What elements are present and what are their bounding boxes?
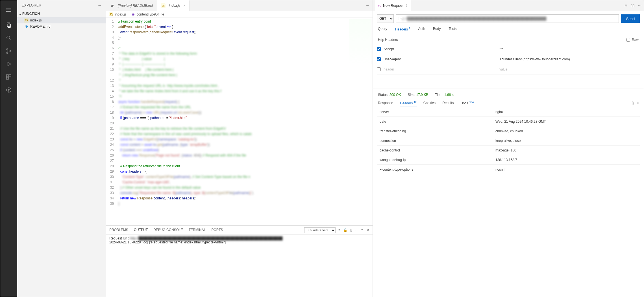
code-line[interactable]: 'Cache-Control': 'max-age=180', — [118, 180, 170, 185]
code-line[interactable]: // Function entry point — [118, 19, 151, 24]
code-line[interactable]: // Respond the retrieved file to the cli… — [118, 164, 180, 169]
folder-header[interactable]: ⌄ FUNCTION — [17, 10, 106, 17]
panel-tab-problems[interactable]: PROBLEMS — [109, 227, 128, 233]
http-method-select[interactable]: GETPOSTPUTPATCHDELETE — [377, 14, 394, 23]
chevron-down-icon[interactable]: ⌄ — [355, 228, 358, 232]
pin-icon[interactable]: ⇧ — [405, 4, 408, 8]
tab-index-js[interactable]: JSindex.js× — [157, 0, 190, 11]
output-content[interactable]: Request Url : http://███████████████████… — [106, 235, 373, 297]
send-button[interactable]: Send — [621, 14, 640, 23]
sidebar-more-icon[interactable]: ⋯ — [98, 3, 101, 7]
breadcrumbs[interactable]: JS index.js › ◉ contentTypeOfFile — [106, 11, 373, 18]
raw-toggle[interactable]: Raw — [626, 38, 639, 42]
line-number: 27 — [106, 158, 118, 164]
req-tab-tests[interactable]: Tests — [449, 25, 456, 33]
code-line[interactable]: }) — [118, 35, 121, 40]
sidebar: EXPLORER ⋯ ⌄ FUNCTION JSindex.jsⓘREADME.… — [17, 0, 106, 297]
code-line[interactable]: // Note that the namespace in the url wa… — [118, 131, 252, 137]
code-line[interactable]: event.respondWith(handleRequest(event.re… — [118, 30, 196, 35]
search-icon[interactable] — [5, 34, 13, 42]
file-README-md[interactable]: ⓘREADME.md — [17, 23, 106, 30]
thunder-tab[interactable]: TC New Request ⇧ — [375, 0, 411, 11]
panel-tab-debug-console[interactable]: DEBUG CONSOLE — [153, 227, 183, 233]
line-number: 28 — [106, 164, 118, 169]
panel-tab-terminal[interactable]: TERMINAL — [189, 227, 206, 233]
clear-icon[interactable]: ▯ — [350, 228, 352, 232]
filter-icon[interactable]: ≡ — [338, 228, 340, 232]
code-line[interactable]: * | /img/favicon.png| file-content-here … — [118, 72, 177, 78]
code-line[interactable]: console.log(`Requested file name: ${path… — [118, 190, 253, 196]
code-line[interactable]: let {pathname} = new URL(request.url.toL… — [118, 110, 201, 115]
resp-tab-headers[interactable]: Headers 12 — [400, 99, 417, 107]
run-icon[interactable] — [5, 60, 13, 68]
code-line[interactable]: return new Response(content, {headers: h… — [118, 196, 196, 201]
code-line[interactable]: 'Content-Type': contentTypeOfFile(pathna… — [118, 174, 250, 180]
req-tab-body[interactable]: Body — [433, 25, 441, 33]
code-line[interactable]: if (content === undefined) — [118, 148, 159, 153]
header-checkbox[interactable] — [377, 67, 381, 71]
header-value[interactable]: Thunder Client (https://www.thunderclien… — [499, 57, 640, 61]
code-line[interactable]: const content = await kv.get(pathname, {… — [118, 142, 210, 148]
header-name[interactable]: User-Agent — [384, 57, 497, 61]
code-line[interactable]: * Assuming the request URL is http://www… — [118, 83, 219, 89]
lock-icon[interactable]: 🔒 — [343, 228, 347, 232]
tabs-more-icon[interactable]: ⋯ — [366, 4, 369, 8]
header-value[interactable]: */* — [499, 47, 640, 51]
response-header-value: max-age=180 — [495, 148, 640, 152]
code-line[interactable]: async function handleRequest(request) { — [118, 99, 179, 105]
code-line[interactable]: * | /index.html | file-content-here | — [118, 67, 173, 72]
header-checkbox[interactable] — [377, 47, 381, 51]
code-line[interactable]: return new Response('Page not found', {s… — [118, 153, 246, 158]
explorer-icon[interactable] — [5, 21, 13, 29]
output-channel-select[interactable]: Thunder Client — [304, 227, 336, 233]
req-tab-auth[interactable]: Auth — [418, 25, 425, 33]
tab--preview-readme-md[interactable]: ▦[Preview] README.md — [106, 0, 157, 11]
line-number: 26 — [106, 153, 118, 158]
panel-tab-output[interactable]: OUTPUT — [134, 227, 148, 233]
header-value-placeholder[interactable]: value — [499, 67, 640, 71]
resp-tab-cookies[interactable]: Cookies — [423, 99, 436, 107]
code-line[interactable]: addEventListener("fetch", event => { — [118, 24, 173, 30]
header-name[interactable]: Accept — [384, 47, 497, 51]
code-line[interactable]: */ — [118, 94, 121, 99]
req-tab-headers[interactable]: Headers 2 — [395, 25, 410, 33]
header-checkbox[interactable] — [377, 57, 381, 61]
panel-tab-ports[interactable]: PORTS — [211, 227, 223, 233]
resp-tab-results[interactable]: Results — [442, 99, 454, 107]
code-line[interactable]: // Use the file name as the key to retri… — [118, 126, 226, 131]
code-line[interactable]: const headers = { — [118, 169, 147, 174]
close-tab-icon[interactable]: × — [183, 4, 185, 8]
code-line[interactable]: * | --------------- | ----------------- … — [118, 62, 165, 67]
code-line[interactable]: /* — [118, 46, 121, 51]
code-line[interactable]: } // Other unset keys can be found in th… — [118, 185, 201, 190]
extensions-icon[interactable] — [5, 73, 13, 81]
braces-icon[interactable]: {} — [632, 101, 634, 105]
minimap[interactable] — [349, 19, 371, 64]
code-line[interactable]: if (pathname === '') pathname = '/index.… — [118, 115, 187, 121]
code-line[interactable]: const kv = new EdgeKV({namespace: 'catal… — [118, 137, 197, 142]
code-line[interactable]: * The data in EdgeKV is stored in the fo… — [118, 51, 198, 56]
thunder-icon[interactable] — [5, 86, 13, 94]
more-icon[interactable]: ⋯ — [638, 4, 641, 8]
resp-tab-response[interactable]: Response — [378, 99, 393, 107]
code-editor[interactable]: 1// Function entry point2addEventListene… — [106, 18, 373, 225]
compare-icon[interactable]: ◎ — [625, 4, 627, 8]
raw-checkbox[interactable] — [626, 38, 630, 42]
req-tab-query[interactable]: Query — [378, 25, 387, 33]
header-name-placeholder[interactable]: header — [384, 67, 497, 71]
split-icon[interactable]: ▯▯ — [631, 4, 635, 8]
code-line[interactable]: } — [118, 201, 119, 206]
menu-icon[interactable] — [0, 4, 17, 16]
resp-tab-docs[interactable]: DocsNew — [460, 99, 474, 107]
code-line[interactable]: * — [118, 78, 121, 83]
code-line[interactable]: * we take the file name /index.html from… — [118, 89, 221, 94]
close-panel-icon[interactable]: ✕ — [366, 228, 369, 232]
file-index-js[interactable]: JSindex.js — [17, 17, 106, 23]
line-number: 30 — [106, 174, 118, 180]
url-input[interactable]: http://█████████████████████████████████… — [396, 14, 619, 23]
list-icon[interactable]: ≡ — [637, 101, 639, 105]
code-line[interactable]: * | key | value | — [118, 56, 165, 62]
source-control-icon[interactable] — [5, 47, 13, 55]
code-line[interactable]: // Extract the requested file name from … — [118, 105, 191, 110]
chevron-up-icon[interactable]: ⌃ — [361, 228, 364, 232]
